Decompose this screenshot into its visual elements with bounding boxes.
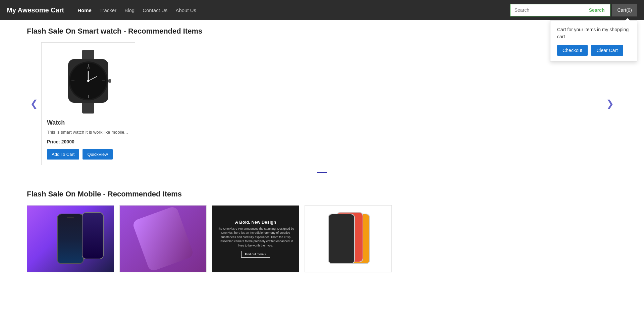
nav-home[interactable]: Home: [77, 7, 92, 13]
watch-add-to-cart-button[interactable]: Add To Cart: [47, 149, 79, 160]
svg-rect-0: [82, 50, 94, 60]
slider-dots: [27, 172, 617, 173]
watch-card-buttons: Add To Cart QuickView: [47, 149, 129, 160]
watch-quick-view-button[interactable]: QuickView: [83, 149, 112, 160]
svg-text:12: 12: [87, 67, 90, 70]
navbar-nav: Home Tracker Blog Contact Us About Us: [77, 7, 510, 13]
watch-product-card: 12 Watch This is smart watch it is work …: [41, 42, 135, 165]
clear-cart-button[interactable]: Clear Cart: [591, 45, 623, 56]
mobile-product-card-2: [119, 205, 207, 272]
cart-dropdown: Cart for your items in my shopping cart …: [550, 20, 637, 61]
mobile-product-card-1: [27, 205, 114, 272]
search-button[interactable]: Search: [584, 4, 611, 16]
phone-back-shape: [132, 205, 194, 272]
svg-point-12: [87, 80, 89, 82]
watch-image-wrapper: 12: [47, 48, 129, 115]
nav-about[interactable]: About Us: [175, 7, 196, 13]
mobile-product-card-3: A Bold, New Design The OnePlus 9 Pro ann…: [212, 205, 299, 272]
svg-rect-1: [82, 102, 94, 114]
bold-design-subtext: The OnePlus 9 Pro announces the stunning…: [212, 227, 299, 248]
navbar-right: Search Cart(0) Cart for your items in my…: [510, 4, 637, 16]
phone-shape-1: [57, 214, 84, 264]
nav-blog[interactable]: Blog: [124, 7, 135, 13]
watch-image: 12: [58, 50, 118, 114]
watch-next-btn[interactable]: ❯: [603, 98, 617, 109]
slider-dot-1[interactable]: [317, 172, 327, 173]
phone-image-1: [27, 206, 114, 272]
watch-carousel: ❮: [27, 42, 617, 165]
find-out-button[interactable]: Find out more >: [241, 251, 270, 258]
nav-contact[interactable]: Contact Us: [143, 7, 167, 13]
watch-prev-btn[interactable]: ❮: [27, 98, 41, 109]
bold-design-title: A Bold, New Design: [235, 220, 276, 225]
phone-image-2: [120, 206, 206, 272]
navbar: My Awesome Cart Home Tracker Blog Contac…: [0, 0, 644, 20]
watch-section: Flash Sale On Smart watch - Recommended …: [0, 20, 644, 190]
cart-dropdown-buttons: Checkout Clear Cart: [557, 45, 630, 56]
phone-image-4: [305, 206, 391, 272]
watch-product-name: Watch: [47, 119, 129, 126]
mobile-product-card-4: [305, 205, 392, 272]
watch-carousel-items: 12 Watch This is smart watch it is work …: [41, 42, 603, 165]
mobile-section: Flash Sale On Mobile - Recommended Items: [0, 190, 644, 279]
phone-image-3: A Bold, New Design The OnePlus 9 Pro ann…: [212, 206, 299, 272]
watch-product-desc: This is smart watch it is work like mobi…: [47, 129, 129, 136]
nav-tracker[interactable]: Tracker: [100, 7, 116, 13]
watch-section-title: Flash Sale On Smart watch - Recommended …: [27, 27, 617, 36]
mobile-carousel: A Bold, New Design The OnePlus 9 Pro ann…: [27, 205, 617, 272]
svg-rect-9: [108, 79, 111, 83]
search-input[interactable]: [510, 4, 584, 16]
phone-stack: [328, 212, 368, 266]
cart-button[interactable]: Cart(0): [612, 4, 637, 16]
watch-product-price: Price: 20000: [47, 139, 129, 144]
phone-stack-dark: [328, 214, 355, 264]
navbar-brand: My Awesome Cart: [7, 6, 64, 14]
mobile-carousel-items: A Bold, New Design The OnePlus 9 Pro ann…: [27, 205, 617, 272]
mobile-section-title: Flash Sale On Mobile - Recommended Items: [27, 190, 617, 198]
cart-dropdown-text: Cart for your items in my shopping cart: [557, 26, 630, 40]
checkout-button[interactable]: Checkout: [557, 45, 588, 56]
